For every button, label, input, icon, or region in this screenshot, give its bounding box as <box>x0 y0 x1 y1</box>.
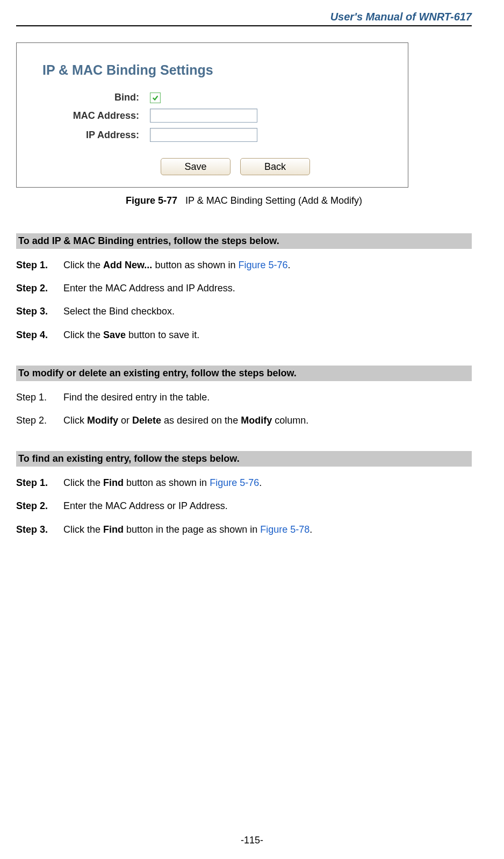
text: button in the page as shown in <box>124 524 260 535</box>
text: as desired on the <box>161 415 241 426</box>
step-body: Find the desired entry in the table. <box>63 391 472 404</box>
check-icon <box>152 94 159 102</box>
back-button[interactable]: Back <box>240 158 310 175</box>
step-body: Enter the MAC Address or IP Address. <box>63 499 472 513</box>
step-label: Step 2. <box>16 414 63 427</box>
step-row: Step 2. Enter the MAC Address and IP Add… <box>16 282 472 295</box>
figure-link[interactable]: Figure 5-76 <box>210 477 259 488</box>
step-row: Step 1. Click the Find button as shown i… <box>16 476 472 490</box>
label-mac: MAC Address: <box>26 110 150 121</box>
bold-text: Modify <box>87 415 118 426</box>
text: column. <box>272 415 308 426</box>
save-button[interactable]: Save <box>161 158 231 175</box>
step-row: Step 3. Select the Bind checkbox. <box>16 305 472 318</box>
step-row: Step 4. Click the Save button to save it… <box>16 328 472 342</box>
text: Click the <box>63 477 103 488</box>
ip-address-input[interactable] <box>150 128 257 142</box>
figure-link[interactable]: Figure 5-76 <box>238 260 287 270</box>
panel-title: IP & MAC Binding Settings <box>42 62 398 78</box>
bold-text: Modify <box>241 415 272 426</box>
step-body: Select the Bind checkbox. <box>63 305 472 318</box>
step-row: Step 3. Click the Find button in the pag… <box>16 523 472 536</box>
bind-checkbox[interactable] <box>150 92 161 103</box>
step-label: Step 1. <box>16 259 63 272</box>
header-title: User's Manual of WNRT-617 <box>330 11 472 23</box>
bold-text: Add New... <box>103 260 152 270</box>
step-row: Step 1. Click the Add New... button as s… <box>16 259 472 272</box>
step-row: Step 2. Enter the MAC Address or IP Addr… <box>16 499 472 513</box>
row-bind: Bind: <box>26 92 398 103</box>
step-body: Click Modify or Delete as desired on the… <box>63 414 472 427</box>
caption-bold: Figure 5-77 <box>126 195 177 206</box>
figure-box: IP & MAC Binding Settings Bind: MAC Addr… <box>16 42 408 188</box>
step-label: Step 3. <box>16 305 63 318</box>
text: Click the <box>63 524 103 535</box>
step-body: Click the Find button as shown in Figure… <box>63 476 472 490</box>
section1-title: To add IP & MAC Binding entries, follow … <box>16 233 472 249</box>
step-body: Enter the MAC Address and IP Address. <box>63 282 472 295</box>
row-mac: MAC Address: <box>26 109 398 123</box>
step-label: Step 1. <box>16 476 63 490</box>
step-label: Step 3. <box>16 523 63 536</box>
bold-text: Find <box>103 477 124 488</box>
step-row: Step 2. Click Modify or Delete as desire… <box>16 414 472 427</box>
text: Click the <box>63 330 103 340</box>
mac-address-input[interactable] <box>150 109 257 123</box>
page-number: -115- <box>0 835 504 846</box>
section2-steps: Step 1. Find the desired entry in the ta… <box>16 391 472 427</box>
caption-text: IP & MAC Binding Setting (Add & Modify) <box>185 195 362 206</box>
text: . <box>309 524 312 535</box>
bold-text: Save <box>103 330 126 340</box>
step-body: Click the Add New... button as shown in … <box>63 259 472 272</box>
step-body: Click the Find button in the page as sho… <box>63 523 472 536</box>
text: or <box>118 415 132 426</box>
button-row: Save Back <box>161 158 398 175</box>
text: Click the <box>63 260 103 270</box>
section3-steps: Step 1. Click the Find button as shown i… <box>16 476 472 536</box>
step-body: Click the Save button to save it. <box>63 328 472 342</box>
bold-text: Delete <box>132 415 161 426</box>
text: Click <box>63 415 87 426</box>
section3-title: To find an existing entry, follow the st… <box>16 451 472 467</box>
section1-steps: Step 1. Click the Add New... button as s… <box>16 259 472 342</box>
section2-title: To modify or delete an existing entry, f… <box>16 366 472 381</box>
step-label: Step 2. <box>16 499 63 513</box>
text: button to save it. <box>126 330 199 340</box>
step-label: Step 4. <box>16 328 63 342</box>
text: button as shown in <box>152 260 238 270</box>
step-row: Step 1. Find the desired entry in the ta… <box>16 391 472 404</box>
row-ip: IP Address: <box>26 128 398 142</box>
text: . <box>288 260 291 270</box>
step-label: Step 2. <box>16 282 63 295</box>
step-label: Step 1. <box>16 391 63 404</box>
text: . <box>259 477 262 488</box>
figure-caption: Figure 5-77 IP & MAC Binding Setting (Ad… <box>16 195 472 206</box>
label-bind: Bind: <box>26 92 150 103</box>
page-header: User's Manual of WNRT-617 <box>16 11 472 26</box>
label-ip: IP Address: <box>26 130 150 141</box>
figure-link[interactable]: Figure 5-78 <box>260 524 309 535</box>
bold-text: Find <box>103 524 124 535</box>
text: button as shown in <box>124 477 210 488</box>
